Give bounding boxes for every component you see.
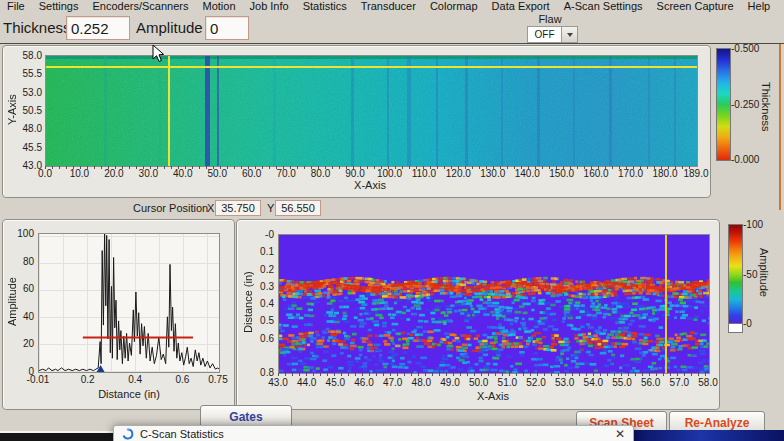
cscan-horizontal-cursor[interactable] (46, 66, 697, 68)
toolbar-divider (0, 43, 784, 44)
cscan-streak (104, 56, 107, 166)
bscan-y-tick-label: 0.5 (252, 315, 274, 326)
cscan-heatmap[interactable] (45, 55, 698, 167)
a-scan-waveform (39, 234, 219, 371)
cscan-x-tick-label: 60.0 (235, 168, 269, 179)
cscan-x-tick-label: 189.0 (679, 168, 713, 179)
bscan-x-tick-label: 56.0 (636, 377, 666, 388)
menu-item-data-export[interactable]: Data Export (485, 0, 557, 12)
cscan-y-tick-label: 58.0 (14, 50, 42, 61)
cscan-statistics-dialog[interactable]: C-Scan Statistics ✕ (113, 425, 634, 441)
menu-bar: FileSettingsEncoders/ScannersMotionJob I… (0, 0, 784, 13)
colorbar-tick-label: -100 (743, 219, 783, 230)
bscan-x-tickmarks (278, 373, 708, 376)
cscan-streak (674, 56, 676, 166)
bscan-x-tick-label: 47.0 (378, 377, 408, 388)
ascan-x-tick-label: 0.6 (167, 374, 197, 385)
cscan-streak (609, 56, 612, 166)
dialog-title: C-Scan Statistics (140, 428, 224, 440)
bscan-x-axis-title: X-Axis (463, 390, 523, 402)
bscan-vertical-cursor[interactable] (665, 235, 667, 373)
thickness-label: Thickness (3, 19, 71, 36)
menu-item-help[interactable]: Help (741, 0, 778, 12)
cscan-x-tick-label: 50.0 (200, 168, 234, 179)
cscan-streak (501, 56, 503, 166)
menu-item-a-scan-settings[interactable]: A-Scan Settings (557, 0, 650, 12)
menu-item-encoders-scanners[interactable]: Encoders/Scanners (85, 0, 195, 12)
cscan-x-tick-label: 30.0 (131, 168, 165, 179)
cursor-position-label: Cursor Position (133, 202, 208, 214)
cscan-x-tick-label: 90.0 (338, 168, 372, 179)
cscan-streak (465, 56, 468, 166)
cscan-x-tick-label: 10.0 (62, 168, 96, 179)
cursor-y-field[interactable]: 56.550 (275, 200, 321, 216)
cscan-streak (436, 56, 438, 166)
cscan-streak (159, 56, 161, 166)
thickness-field[interactable]: 0.252 (66, 16, 130, 40)
cscan-x-tick-label: 160.0 (579, 168, 613, 179)
bscan-x-tick-label: 45.0 (320, 377, 350, 388)
colorbar-tick-label: -0.500 (731, 43, 771, 54)
bscan-x-tick-label: 43.0 (263, 377, 293, 388)
cscan-x-tick-label: 40.0 (166, 168, 200, 179)
cscan-streak (217, 56, 219, 166)
ascan-plot[interactable] (38, 233, 220, 373)
cscan-x-tick-label: 120.0 (441, 168, 475, 179)
menu-item-screen-capture[interactable]: Screen Capture (650, 0, 741, 12)
cscan-streak (205, 56, 210, 166)
bscan-x-tick-label: 55.0 (607, 377, 637, 388)
ascan-y-axis-title: Amplitude (6, 270, 18, 334)
colorbar-tick-label: -0.000 (731, 154, 771, 165)
bscan-x-tick-label: 51.0 (492, 377, 522, 388)
cscan-y-tick-label: 50.5 (14, 105, 42, 116)
flaw-cursors-dropdown[interactable]: OFF (527, 26, 578, 43)
cscan-streak (351, 56, 354, 166)
bscan-y-tick-label: -0 (252, 229, 274, 240)
amplitude-label: Amplitude (136, 19, 203, 36)
ascan-x-tick-label: 0.2 (73, 374, 103, 385)
bscan-y-tick-label: 0.2 (252, 264, 274, 275)
menu-item-statistics[interactable]: Statistics (296, 0, 354, 12)
bscan-y-tick-label: 0.6 (252, 333, 274, 344)
cscan-statistics-icon (122, 428, 134, 440)
ascan-y-tick-label: 20 (10, 338, 34, 349)
flaw-cursors-dropdown-button[interactable] (561, 27, 577, 42)
bscan-x-tick-label: 46.0 (349, 377, 379, 388)
bscan-x-tick-label: 50.0 (464, 377, 494, 388)
cscan-application-window: FileSettingsEncoders/ScannersMotionJob I… (0, 0, 784, 441)
menu-item-file[interactable]: File (0, 0, 32, 12)
cscan-x-tick-label: 110.0 (407, 168, 441, 179)
menu-item-motion[interactable]: Motion (195, 0, 242, 12)
thickness-colorbar (716, 48, 731, 161)
cscan-x-axis-title: X-Axis (340, 179, 400, 191)
cscan-x-tick-label: 170.0 (614, 168, 648, 179)
ascan-y-tick-label: 60 (10, 283, 34, 294)
cscan-streak (387, 56, 389, 166)
cscan-streak (573, 56, 575, 166)
bscan-heatmap[interactable] (278, 234, 710, 374)
cscan-x-tick-label: 70.0 (269, 168, 303, 179)
bscan-y-tick-label: 0.1 (252, 246, 274, 257)
colorbar-tick-label: -0 (743, 318, 783, 329)
cscan-streak (273, 56, 276, 166)
menu-item-settings[interactable]: Settings (32, 0, 86, 12)
cscan-streak (407, 56, 411, 166)
ascan-x-tick-label: -0.01 (23, 374, 53, 385)
right-edge-accent-line (779, 44, 781, 210)
amplitude-field[interactable]: 0 (205, 16, 249, 40)
menu-item-job-info[interactable]: Job Info (243, 0, 296, 12)
menu-item-colormap[interactable]: Colormap (423, 0, 485, 12)
bscan-x-tick-label: 54.0 (578, 377, 608, 388)
flaw-cursors-value: OFF (528, 27, 561, 42)
cscan-vertical-cursor[interactable] (168, 56, 170, 166)
chevron-down-icon (567, 33, 573, 37)
cursor-x-label: X (207, 202, 214, 214)
cscan-x-tick-label: 80.0 (304, 168, 338, 179)
amplitude-colorbar (728, 224, 743, 325)
cursor-x-field[interactable]: 35.750 (215, 200, 261, 216)
menu-item-transducer[interactable]: Transducer (354, 0, 423, 12)
cscan-x-tick-label: 140.0 (510, 168, 544, 179)
cscan-y-tick-label: 55.5 (14, 68, 42, 79)
bscan-x-tick-label: 52.0 (521, 377, 551, 388)
close-icon[interactable]: ✕ (615, 428, 625, 440)
